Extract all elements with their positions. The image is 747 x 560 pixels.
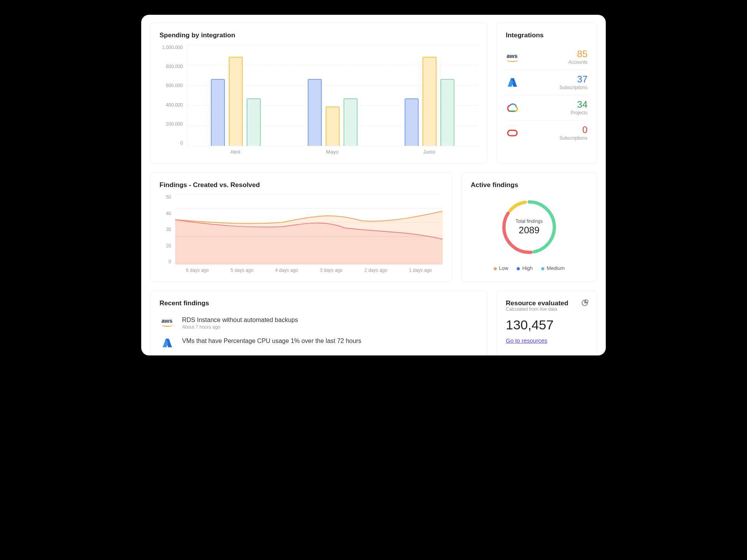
integration-row-azure[interactable]: 37 Subscriptions bbox=[506, 70, 587, 95]
pie-chart-icon[interactable] bbox=[581, 299, 588, 308]
resource-evaluated-card: Resource evaluated Calculated from live … bbox=[496, 290, 597, 355]
spending-bar-chart: 1.000.000 800.000 600.000 400.000 200.00… bbox=[160, 45, 478, 146]
bar-group bbox=[381, 45, 478, 146]
active-findings-title: Active findings bbox=[471, 181, 518, 189]
active-findings-legend: Low High Medium bbox=[494, 265, 565, 271]
resource-subtitle: Calculated from live data bbox=[506, 306, 587, 312]
bar bbox=[440, 79, 454, 146]
dashboard-screen: Spending by integration 1.000.000 800.00… bbox=[141, 15, 606, 355]
spending-y-axis: 1.000.000 800.000 600.000 400.000 200.00… bbox=[160, 45, 187, 146]
recent-findings-card: Recent findings aws RDS Instance without… bbox=[150, 290, 487, 355]
aws-icon: aws bbox=[506, 52, 519, 63]
azure-icon bbox=[160, 338, 175, 348]
gcp-icon bbox=[506, 102, 519, 113]
integration-row-aws[interactable]: aws 85 Accounts bbox=[506, 45, 587, 70]
legend-low: Low bbox=[494, 265, 509, 271]
oracle-icon bbox=[506, 128, 519, 138]
bar bbox=[344, 98, 358, 146]
recent-finding-item[interactable]: aws RDS Instance without automated backu… bbox=[160, 313, 478, 334]
findings-chart-card: Findings - Created vs. Resolved 50 40 30… bbox=[150, 172, 452, 282]
findings-area-chart bbox=[175, 194, 443, 264]
spending-by-integration-card: Spending by integration 1.000.000 800.00… bbox=[150, 23, 487, 164]
integration-row-oracle[interactable]: 0 Subscriptions bbox=[506, 121, 587, 145]
tablet-frame: Spending by integration 1.000.000 800.00… bbox=[126, 0, 621, 370]
bar bbox=[211, 79, 225, 146]
recent-findings-title: Recent findings bbox=[160, 299, 478, 307]
integration-row-gcp[interactable]: 34 Projects bbox=[506, 95, 587, 121]
active-findings-donut: Total findings 2089 bbox=[498, 196, 560, 258]
spending-x-axis: Abril Mayo Junio bbox=[187, 149, 478, 155]
resource-title: Resource evaluated bbox=[506, 299, 587, 307]
integrations-title: Integrations bbox=[506, 32, 587, 39]
bar bbox=[308, 79, 322, 146]
integrations-card: Integrations aws 85 Accounts 37 bbox=[496, 23, 597, 164]
recent-finding-item[interactable]: VMs that have Percentage CPU usage 1% ov… bbox=[160, 334, 478, 352]
resource-value: 130,457 bbox=[506, 317, 587, 332]
bar bbox=[247, 98, 261, 146]
bar-group bbox=[284, 45, 381, 146]
bar bbox=[229, 57, 243, 146]
donut-label: Total findings bbox=[516, 219, 543, 224]
svg-rect-2 bbox=[508, 130, 517, 136]
go-to-resources-link[interactable]: Go to resources bbox=[506, 337, 547, 344]
spending-plot-area bbox=[187, 45, 478, 146]
findings-y-axis: 50 40 30 20 0 bbox=[160, 194, 175, 264]
donut-total: 2089 bbox=[519, 225, 539, 236]
legend-medium: Medium bbox=[541, 265, 565, 271]
aws-icon: aws bbox=[160, 317, 175, 327]
bar bbox=[423, 57, 437, 146]
bar bbox=[405, 98, 419, 146]
findings-title: Findings - Created vs. Resolved bbox=[160, 181, 443, 189]
bar-group bbox=[187, 45, 284, 146]
bar bbox=[326, 107, 340, 146]
findings-x-axis: 6 days ago 5 days ago 4 days ago 3 days … bbox=[175, 268, 443, 273]
legend-high: High bbox=[517, 265, 533, 271]
azure-icon bbox=[506, 77, 519, 88]
spending-title: Spending by integration bbox=[160, 32, 478, 39]
active-findings-card: Active findings Total findings 2089 Low … bbox=[461, 172, 597, 282]
